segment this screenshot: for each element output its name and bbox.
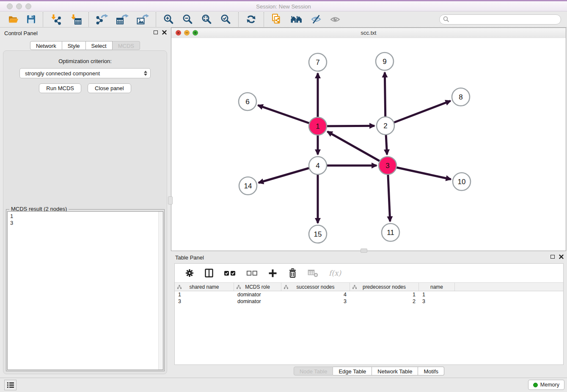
- add-row-icon[interactable]: [263, 268, 283, 278]
- clone-network-icon[interactable]: [267, 13, 286, 26]
- cell-successor-nodes[interactable]: 4: [281, 292, 350, 298]
- open-session-icon[interactable]: [4, 14, 22, 25]
- cell-shared-name[interactable]: 1: [175, 292, 234, 298]
- close-table-panel-icon[interactable]: [559, 254, 564, 259]
- node-7[interactable]: 7: [309, 53, 327, 71]
- export-table-icon[interactable]: [112, 13, 132, 26]
- zoom-in-icon[interactable]: [159, 13, 178, 26]
- column-header-predecessor-nodes[interactable]: predecessor nodes: [350, 283, 419, 291]
- settings-gear-icon[interactable]: [180, 268, 199, 278]
- float-table-panel-icon[interactable]: [550, 255, 555, 259]
- table-tabs: Node TableEdge TableNetwork TableMotifs: [171, 367, 567, 375]
- function-builder-icon: f(x): [324, 269, 346, 277]
- network-window-titlebar[interactable]: scc.txt: [171, 28, 566, 39]
- zoom-selected-icon[interactable]: [216, 13, 235, 26]
- tab-node-table[interactable]: Node Table: [294, 367, 333, 375]
- table-header-row: shared nameMCDS rolesuccessor nodesprede…: [175, 282, 563, 291]
- eye-slash-icon[interactable]: [307, 13, 326, 25]
- column-header-shared-name[interactable]: shared name: [175, 283, 234, 291]
- export-network-icon[interactable]: [92, 13, 112, 26]
- float-panel-icon[interactable]: [154, 30, 158, 34]
- cell-MCDS-role[interactable]: dominator: [234, 292, 281, 298]
- control-panel-title: Control Panel: [4, 30, 38, 36]
- search-input[interactable]: [451, 16, 557, 23]
- table-row[interactable]: 3dominator323: [175, 298, 563, 305]
- export-image-icon[interactable]: [132, 13, 153, 26]
- column-header-MCDS-role[interactable]: MCDS role: [234, 283, 281, 291]
- cell-shared-name[interactable]: 3: [175, 298, 234, 304]
- cell-name[interactable]: 1: [419, 292, 455, 298]
- node-3-selected[interactable]: 3: [379, 157, 396, 174]
- houses-icon[interactable]: [286, 14, 307, 25]
- main-toolbar: [0, 11, 567, 28]
- node-14[interactable]: 14: [239, 177, 257, 195]
- svg-text:3: 3: [385, 162, 389, 170]
- tab-network[interactable]: Network: [30, 41, 62, 50]
- delete-row-trash-icon[interactable]: [283, 268, 303, 279]
- tab-edge-table[interactable]: Edge Table: [333, 367, 372, 375]
- column-header-successor-nodes[interactable]: successor nodes: [281, 283, 350, 291]
- network-canvas[interactable]: 7968124314101511: [171, 38, 566, 251]
- svg-text:2: 2: [383, 122, 387, 130]
- cell-name[interactable]: 3: [419, 298, 455, 304]
- window-titlebar: Session: New Session: [0, 0, 567, 11]
- svg-text:11: 11: [387, 229, 394, 237]
- tab-style[interactable]: Style: [62, 41, 86, 50]
- save-session-icon[interactable]: [22, 14, 40, 25]
- node-4[interactable]: 4: [309, 157, 327, 174]
- node-6[interactable]: 6: [239, 93, 256, 110]
- cell-predecessor-nodes[interactable]: 1: [350, 292, 419, 298]
- mcds-result-groupbox: MCDS result (2 nodes) 1 3: [6, 209, 165, 371]
- control-panel: Control Panel NetworkStyleSelectMCDS Opt…: [0, 28, 170, 378]
- node-11[interactable]: 11: [382, 224, 399, 241]
- zoom-out-icon[interactable]: [178, 13, 197, 26]
- task-list-button[interactable]: [4, 380, 17, 390]
- node-10[interactable]: 10: [453, 173, 471, 190]
- run-mcds-button[interactable]: Run MCDS: [39, 83, 81, 93]
- cell-MCDS-role[interactable]: dominator: [234, 298, 281, 304]
- node-1-selected[interactable]: 1: [309, 117, 327, 135]
- refresh-icon[interactable]: [242, 13, 261, 25]
- tab-motifs[interactable]: Motifs: [418, 367, 444, 375]
- close-panel-icon[interactable]: [162, 30, 167, 35]
- search-icon: [443, 16, 449, 22]
- edge-1-6[interactable]: [258, 105, 318, 126]
- import-table-icon[interactable]: [66, 13, 85, 26]
- node-15[interactable]: 15: [309, 225, 327, 243]
- svg-text:7: 7: [316, 58, 319, 66]
- list-icon: [6, 381, 15, 389]
- select-all-icon[interactable]: [219, 270, 241, 276]
- cell-successor-nodes[interactable]: 3: [281, 298, 350, 304]
- network-graph[interactable]: 7968124314101511: [171, 38, 566, 251]
- table-row[interactable]: 1dominator411: [175, 291, 563, 298]
- table-body: 1dominator4113dominator323: [175, 291, 563, 305]
- svg-text:10: 10: [458, 178, 466, 186]
- memory-button[interactable]: Memory: [528, 380, 564, 390]
- table-toolbar: f(x): [175, 264, 563, 282]
- node-9[interactable]: 9: [376, 52, 394, 70]
- deselect-all-icon[interactable]: [241, 270, 263, 276]
- node-8[interactable]: 8: [452, 88, 470, 106]
- import-network-icon[interactable]: [46, 13, 66, 26]
- mcds-result-list[interactable]: 1 3: [7, 211, 163, 370]
- result-scrollbar[interactable]: [158, 212, 163, 370]
- cell-predecessor-nodes[interactable]: 2: [350, 298, 419, 304]
- column-header-name[interactable]: name: [419, 283, 455, 291]
- optimization-criterion-select[interactable]: strongly connected component: [19, 68, 151, 78]
- toolbar-separator: [156, 12, 156, 27]
- zoom-fit-icon[interactable]: [197, 13, 216, 26]
- vertical-splitter-handle[interactable]: [168, 196, 173, 204]
- tab-select[interactable]: Select: [86, 41, 113, 50]
- tab-mcds[interactable]: MCDS: [113, 41, 140, 50]
- split-panel-icon[interactable]: [199, 268, 219, 278]
- node-2[interactable]: 2: [377, 117, 394, 135]
- close-panel-button[interactable]: Close panel: [88, 83, 131, 93]
- window-title: Session: New Session: [0, 3, 567, 10]
- edge-3-1[interactable]: [328, 132, 388, 166]
- edge-3-10[interactable]: [388, 166, 451, 179]
- edge-2-8[interactable]: [385, 101, 451, 126]
- mcds-panel: Optimization criterion: strongly connect…: [3, 50, 167, 374]
- tab-network-table[interactable]: Network Table: [372, 367, 418, 375]
- node-table-container: f(x) shared nameMCDS rolesuccessor nodes…: [174, 263, 564, 365]
- search-field[interactable]: [439, 14, 561, 25]
